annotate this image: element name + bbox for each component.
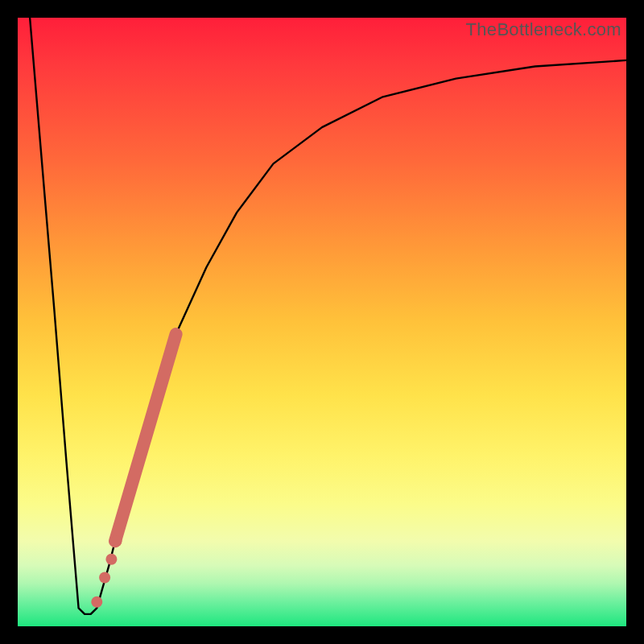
highlight-dot	[91, 597, 102, 608]
highlight-dot	[99, 572, 110, 584]
highlight-segment	[115, 334, 176, 541]
chart-svg	[18, 18, 626, 626]
plot-area: TheBottleneck.com	[18, 18, 626, 626]
highlight-dot	[111, 535, 122, 547]
chart-frame: TheBottleneck.com	[0, 0, 644, 644]
highlight-dot	[105, 554, 117, 565]
